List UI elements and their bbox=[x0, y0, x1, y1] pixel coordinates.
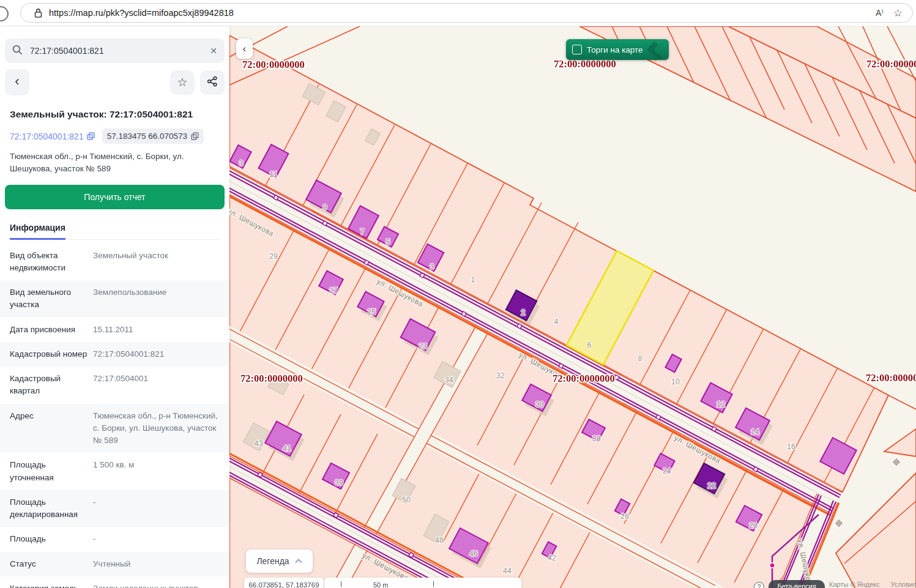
cadastral-map[interactable]: ул. Шешуковаул. Шешуковаул. Шешуковаул. … bbox=[229, 26, 916, 588]
cadastral-block-label: 72:00:0000000 bbox=[553, 373, 615, 384]
parcel-number: 20 bbox=[749, 521, 758, 530]
info-row-value: Земли населенных пунктов bbox=[88, 582, 220, 588]
checkbox-icon[interactable] bbox=[572, 45, 582, 54]
sidebar-collapse-button[interactable]: ‹ bbox=[236, 39, 253, 59]
lock-icon bbox=[34, 8, 42, 18]
share-icon bbox=[207, 76, 218, 89]
parcel-number: 34 bbox=[445, 376, 453, 384]
favorite-button[interactable]: ☆ bbox=[170, 70, 195, 95]
parcel-number: 50 bbox=[402, 496, 411, 504]
info-row-value: 72:17:0504001:821 bbox=[88, 348, 220, 360]
info-row-label: Площадь уточненная bbox=[10, 459, 88, 484]
parcel-number: 46 bbox=[469, 549, 478, 558]
tab-information[interactable]: Информация bbox=[10, 223, 65, 240]
info-row: АдресТюменская обл., р-н Тюменский, с. Б… bbox=[0, 404, 229, 453]
parcel-number: 27 bbox=[329, 286, 338, 295]
parcel-number: 29 bbox=[269, 252, 278, 261]
parcel-number: 14 bbox=[751, 428, 759, 436]
info-row: Площадь декларированная- bbox=[0, 490, 229, 527]
cadastral-block-label: 72:00:0000000 bbox=[866, 372, 916, 384]
browser-nav-icon[interactable] bbox=[0, 6, 9, 21]
info-row-value: - bbox=[88, 533, 220, 545]
parcel-number: 43 bbox=[255, 439, 263, 448]
info-row-value: Тюменская обл., р-н Тюменский, с. Борки,… bbox=[88, 410, 220, 447]
legend-button[interactable]: Легенда bbox=[246, 549, 313, 573]
chevron-up-icon bbox=[295, 559, 302, 564]
scale-tick bbox=[341, 581, 341, 587]
parcel-number: 28 bbox=[592, 434, 601, 443]
copy-icon[interactable] bbox=[191, 132, 199, 140]
copy-icon[interactable] bbox=[87, 132, 95, 140]
info-row-label: Вид объекта недвижимости bbox=[10, 250, 88, 275]
info-row: Категория земельЗемли населенных пунктов bbox=[0, 576, 229, 588]
cadastral-number-link[interactable]: 72:17:0504001:821 bbox=[10, 132, 95, 141]
info-row: Дата присвоения15.11.2011 bbox=[0, 318, 229, 342]
info-row-label: Кадастровый квартал bbox=[10, 373, 88, 398]
info-row: Вид объекта недвижимостиЗемельный участо… bbox=[0, 244, 229, 281]
info-row: Площадь- bbox=[0, 527, 229, 551]
parcel-number: 25 bbox=[367, 308, 376, 316]
url-input[interactable] bbox=[48, 7, 876, 18]
parcel-number: 48 bbox=[435, 536, 444, 545]
info-row-label: Дата присвоения bbox=[10, 324, 88, 336]
scale-label: 50 m bbox=[373, 581, 388, 588]
parcel-number: 12 bbox=[717, 400, 725, 409]
parcel-number: 42 bbox=[548, 554, 556, 562]
utility-node-marker[interactable] bbox=[770, 563, 775, 568]
parcel-number: 3 bbox=[239, 159, 244, 168]
info-row: Кадастровый квартал72:17:0504001 bbox=[0, 367, 229, 404]
back-button[interactable]: ‹ bbox=[5, 69, 29, 95]
parcel-number: 2 bbox=[521, 308, 526, 317]
parcel-number: 26 bbox=[620, 512, 629, 521]
map-attribution: Карты © ЯндексУсловия bbox=[829, 581, 916, 588]
info-row-value: Земельный участок bbox=[88, 250, 220, 262]
cadastral-block-label: 72:00:0000000 bbox=[242, 59, 305, 70]
search-input[interactable] bbox=[29, 45, 204, 56]
parcel-number: 9 bbox=[323, 203, 327, 212]
url-bar[interactable]: A⁾ ☆ bbox=[20, 3, 913, 23]
map-container[interactable]: ул. Шешуковаул. Шешуковаул. Шешуковаул. … bbox=[229, 26, 916, 588]
info-row: Площадь уточненная1 500 кв. м bbox=[0, 453, 229, 490]
parcel-number: 41 bbox=[283, 444, 291, 453]
parcel-number: 11 bbox=[270, 170, 278, 179]
torgi-toggle-button[interactable]: Торги на карте bbox=[566, 39, 669, 60]
search-bar[interactable]: ✕ bbox=[5, 39, 225, 63]
parcel-number: 6 bbox=[587, 341, 592, 349]
info-row-value: Землепользование bbox=[88, 286, 220, 299]
favorite-icon[interactable]: ☆ bbox=[893, 7, 903, 20]
info-row-value: - bbox=[88, 496, 220, 508]
info-table: Вид объекта недвижимостиЗемельный участо… bbox=[0, 244, 229, 588]
coordinates-chip[interactable]: 57.183475 66.070573 bbox=[102, 128, 204, 144]
cadastral-block-label: 72:00:0000000 bbox=[240, 373, 303, 384]
parcel-number: 24 bbox=[663, 467, 671, 475]
info-row-label: Вид земельного участка bbox=[10, 286, 88, 311]
info-row-value: 15.11.2011 bbox=[88, 324, 220, 336]
star-icon: ☆ bbox=[177, 75, 187, 89]
parcel-number: 3 bbox=[430, 262, 434, 271]
info-row-label: Категория земель bbox=[10, 582, 88, 588]
object-address: Тюменская обл., р-н Тюменский, с. Борки,… bbox=[10, 151, 220, 176]
info-row: Вид земельного участкаЗемлепользование bbox=[0, 280, 229, 318]
read-aloud-icon[interactable]: A⁾ bbox=[876, 8, 884, 18]
scale-bar: 50 m bbox=[324, 578, 521, 588]
parcel-number: 32 bbox=[496, 371, 505, 380]
info-row-label: Площадь bbox=[10, 533, 88, 545]
cursor-coordinates: 66.073851, 57.183769 bbox=[244, 578, 324, 588]
get-report-button[interactable]: Получить отчет bbox=[5, 185, 225, 209]
parcel-number: 10 bbox=[671, 378, 680, 386]
share-button[interactable] bbox=[200, 70, 225, 95]
cadastral-block-label: 72:00:0000000 bbox=[866, 58, 916, 70]
beta-badge[interactable]: Бета-версия bbox=[769, 580, 825, 588]
parcel-number: 23 bbox=[419, 342, 427, 351]
attribution-text: Карты © Яндекс bbox=[829, 581, 880, 588]
parcel-number: 8 bbox=[638, 354, 642, 363]
scale-tick bbox=[433, 581, 434, 587]
parcel-number: 22 bbox=[707, 482, 716, 490]
terms-link[interactable]: Условия bbox=[891, 581, 916, 588]
parcel-number: 5 bbox=[386, 238, 390, 247]
parcel-number: 39 bbox=[335, 478, 343, 487]
help-icon[interactable]: ? bbox=[754, 582, 764, 588]
clear-search-icon[interactable]: ✕ bbox=[210, 46, 217, 56]
tab-bar: Информация bbox=[10, 222, 220, 240]
gavel-icon bbox=[644, 40, 665, 59]
